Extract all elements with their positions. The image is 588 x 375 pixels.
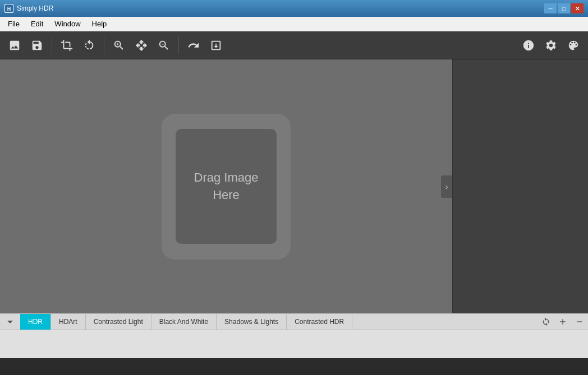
drag-drop-zone[interactable]: Drag Image Here [162,114,291,260]
toolbar-separator-2 [104,37,104,54]
drag-inner-frame: Drag Image Here [176,129,277,244]
tab-hdart[interactable]: HDArt [51,314,86,330]
menu-edit[interactable]: Edit [25,17,49,31]
save-button[interactable] [27,35,47,55]
canvas-area: Drag Image Here › [0,59,452,313]
tab-action-add-btn[interactable] [554,314,571,329]
main-area: Drag Image Here › [0,59,588,313]
tab-contrasted-light[interactable]: Contrasted Light [86,314,151,330]
toolbar-separator-1 [52,37,52,54]
right-panel [452,59,588,313]
panel-toggle-chevron[interactable]: › [441,175,452,198]
maximize-button[interactable]: □ [558,3,570,13]
toolbar [0,31,588,59]
redo-button[interactable] [183,35,204,55]
menu-help[interactable]: Help [86,17,113,31]
close-button[interactable]: ✕ [571,3,584,13]
zoom-out-button[interactable] [154,35,174,55]
svg-text:H: H [7,6,11,12]
drag-image-text: Drag Image Here [194,169,259,204]
tab-action-remove-btn[interactable] [571,314,588,329]
app-title: Simply HDR [17,4,541,12]
info-button[interactable] [518,35,539,55]
move-button[interactable] [131,35,151,55]
tab-contrasted-hdr[interactable]: Contrasted HDR [287,314,352,330]
tab-shadows-lights[interactable]: Shadows & Lights [217,314,287,330]
toolbar-separator-3 [178,37,179,54]
tabs-chevron[interactable] [0,314,20,330]
open-image-button[interactable] [4,35,25,55]
title-bar: H Simply HDR ─ □ ✕ [0,0,588,17]
fit-button[interactable] [206,35,226,55]
tab-black-and-white[interactable]: Black And White [151,314,217,330]
tab-action-cycle-btn[interactable] [538,314,554,329]
tab-hdr[interactable]: HDR [20,314,51,330]
menu-bar: File Edit Window Help [0,17,588,31]
settings-button[interactable] [541,35,561,55]
menu-window[interactable]: Window [49,17,86,31]
menu-file[interactable]: File [2,17,25,31]
app-icon: H [4,4,13,13]
window-controls: ─ □ ✕ [544,3,584,13]
tabs-bar: HDR HDArt Contrasted Light Black And Whi… [0,313,588,330]
bottom-strip [0,330,588,358]
crop-button[interactable] [57,35,77,55]
effects-button[interactable] [563,35,584,55]
rotate-button[interactable] [79,35,99,55]
minimize-button[interactable]: ─ [544,3,557,13]
zoom-in-button[interactable] [109,35,129,55]
